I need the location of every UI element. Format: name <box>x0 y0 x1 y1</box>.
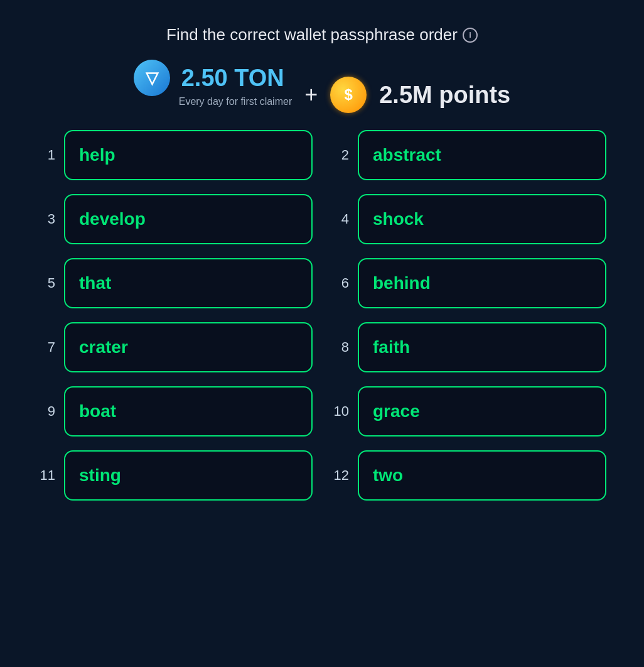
word-box[interactable]: shock <box>358 194 606 244</box>
word-box[interactable]: sting <box>64 450 313 501</box>
word-row[interactable]: 7crater <box>38 322 313 372</box>
word-row[interactable]: 6behind <box>331 258 606 308</box>
word-box[interactable]: abstract <box>358 130 606 180</box>
word-number: 2 <box>331 147 349 163</box>
word-row[interactable]: 2abstract <box>331 130 606 180</box>
word-number: 9 <box>38 403 55 420</box>
points-amount: 2.5M points <box>379 82 510 109</box>
word-box[interactable]: boat <box>64 386 313 437</box>
word-row[interactable]: 9boat <box>38 386 313 437</box>
word-number: 11 <box>38 467 55 484</box>
word-text: develop <box>79 209 146 229</box>
ton-block: ▽ 2.50 TON Every day for first claimer <box>134 60 292 130</box>
word-row[interactable]: 12two <box>331 450 606 501</box>
word-row[interactable]: 8faith <box>331 322 606 372</box>
ton-amount: 2.50 TON <box>181 65 284 92</box>
word-number: 12 <box>331 467 349 484</box>
word-text: abstract <box>373 145 441 165</box>
word-number: 3 <box>38 211 55 227</box>
word-row[interactable]: 1help <box>38 130 313 180</box>
word-text: shock <box>373 209 424 229</box>
word-box[interactable]: that <box>64 258 313 308</box>
coin-badge: $ <box>330 77 367 113</box>
ton-icon: ▽ <box>146 68 158 88</box>
word-text: sting <box>79 465 121 485</box>
info-icon[interactable]: i <box>463 28 478 43</box>
word-row[interactable]: 11sting <box>38 450 313 501</box>
word-box[interactable]: two <box>358 450 606 501</box>
reward-subtitle: Every day for first claimer <box>179 96 292 107</box>
word-box[interactable]: behind <box>358 258 606 308</box>
ton-reward-row: ▽ 2.50 TON <box>134 60 284 96</box>
header-title-text: Find the correct wallet passphrase order <box>166 25 458 45</box>
coin-icon: $ <box>345 86 353 104</box>
word-text: grace <box>373 401 420 421</box>
word-number: 4 <box>331 211 349 227</box>
word-box[interactable]: faith <box>358 322 606 372</box>
word-number: 8 <box>331 339 349 355</box>
reward-main-row: ▽ 2.50 TON Every day for first claimer +… <box>134 60 511 130</box>
word-row[interactable]: 3develop <box>38 194 313 244</box>
word-text: boat <box>79 401 116 421</box>
word-number: 6 <box>331 275 349 291</box>
word-number: 7 <box>38 339 55 355</box>
word-text: two <box>373 465 403 485</box>
word-text: crater <box>79 337 128 357</box>
word-text: help <box>79 145 115 165</box>
word-box[interactable]: develop <box>64 194 313 244</box>
word-row[interactable]: 4shock <box>331 194 606 244</box>
word-number: 10 <box>331 403 349 420</box>
word-text: behind <box>373 273 431 293</box>
word-row[interactable]: 10grace <box>331 386 606 437</box>
plus-sign: + <box>304 82 318 108</box>
words-grid: 1help2abstract3develop4shock5that6behind… <box>38 130 606 501</box>
word-box[interactable]: crater <box>64 322 313 372</box>
reward-section: ▽ 2.50 TON Every day for first claimer +… <box>134 60 511 130</box>
word-row[interactable]: 5that <box>38 258 313 308</box>
ton-badge: ▽ <box>134 60 170 96</box>
word-number: 1 <box>38 147 55 163</box>
word-number: 5 <box>38 275 55 291</box>
word-box[interactable]: help <box>64 130 313 180</box>
header-section: Find the correct wallet passphrase order… <box>166 25 478 60</box>
word-text: that <box>79 273 111 293</box>
word-box[interactable]: grace <box>358 386 606 437</box>
word-text: faith <box>373 337 410 357</box>
